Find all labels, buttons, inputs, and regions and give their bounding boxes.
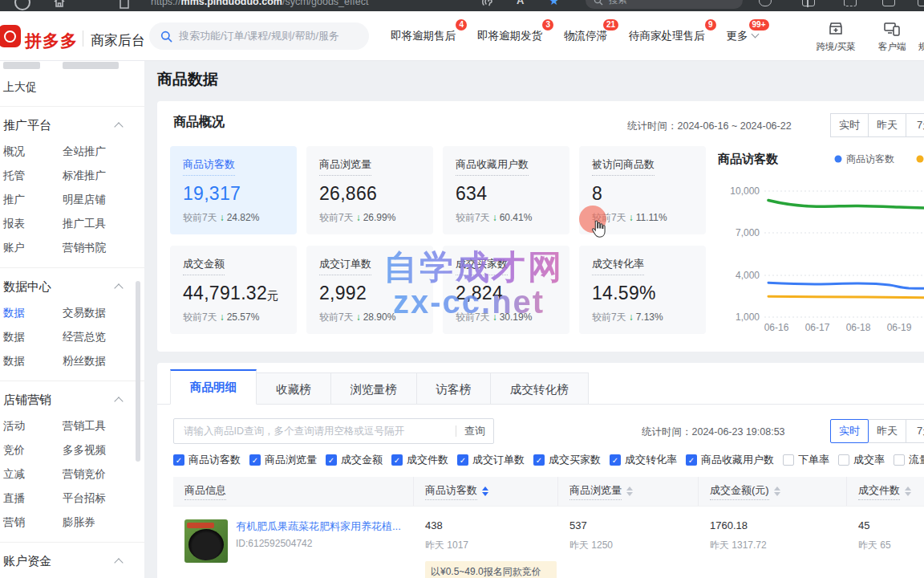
sidebar-section-shop-marketing[interactable]: 店铺营销: [0, 385, 144, 414]
metric-checkbox[interactable]: 成交件数: [391, 453, 448, 467]
metric-checkbox[interactable]: 成交转化率: [610, 453, 677, 467]
sidebar-item-product-data[interactable]: 数据: [3, 307, 25, 319]
tab-views-rank[interactable]: 浏览量榜: [331, 372, 417, 405]
collections-icon[interactable]: [844, 0, 857, 6]
immersive-reader-icon[interactable]: [481, 0, 493, 7]
product-table: 商品信息 商品访客数 商品浏览量 成交金额(元) 成交件数 有机肥瓜果蔬菜花肥料…: [173, 477, 924, 578]
period-realtime-button[interactable]: 实时: [830, 419, 869, 443]
home-icon[interactable]: [53, 0, 66, 8]
metric-checkbox[interactable]: 成交买家数: [533, 453, 601, 467]
sidebar-item[interactable]: 粉丝数据: [63, 349, 106, 373]
sidebar-item[interactable]: 营销工具: [63, 414, 106, 438]
settings-icon[interactable]: [918, 0, 924, 6]
nav-overdue-shipping[interactable]: 即将逾期发货3: [477, 29, 542, 43]
pinduoduo-logo-text[interactable]: 拼多多: [25, 30, 78, 52]
sidebar-item[interactable]: 活动: [3, 420, 25, 432]
sort-icon[interactable]: [774, 486, 780, 496]
sidebar-item[interactable]: 营销书院: [63, 236, 106, 260]
query-button[interactable]: 查询: [464, 424, 485, 438]
sidebar-section-promotion-platform[interactable]: 推广平台: [0, 111, 144, 140]
sidebar-item[interactable]: 标准推广: [63, 164, 106, 188]
sidebar-item[interactable]: 多多视频: [63, 438, 106, 462]
period-yesterday-button[interactable]: 昨天: [868, 113, 906, 137]
product-title-link[interactable]: 有机肥瓜果蔬菜花肥料家用养花植...: [236, 519, 401, 534]
stat-card-product-views[interactable]: 商品浏览量 26,866 较前7天↓26.99%: [306, 146, 433, 234]
sidebar-item[interactable]: 平台招标: [63, 486, 106, 511]
sidebar-item[interactable]: 账户: [3, 242, 25, 254]
sidebar-item[interactable]: 膨胀券: [63, 511, 95, 535]
nav-more[interactable]: 更多99+: [727, 29, 758, 43]
sidebar-section-data-center[interactable]: 数据中心: [0, 272, 144, 301]
sidebar-item[interactable]: 报表: [3, 218, 25, 230]
sidebar-item[interactable]: 推广: [3, 193, 25, 206]
sidebar-item[interactable]: 明星店铺: [63, 188, 106, 212]
legend-label[interactable]: 商品访客数: [846, 153, 894, 165]
sidebar-item[interactable]: 直播: [3, 492, 25, 504]
chevron-down-icon: [751, 30, 759, 38]
sidebar-item[interactable]: 推广工具: [63, 212, 106, 236]
metric-checkbox[interactable]: 流量损失: [894, 453, 924, 467]
address-bar[interactable]: https://mms.pinduoduo.com/sycm/goods_eff…: [151, 0, 368, 7]
nav-overdue-aftersale[interactable]: 即将逾期售后4: [391, 29, 456, 43]
arrow-down-icon: ↓: [492, 212, 497, 223]
tab-product-detail[interactable]: 商品明细: [170, 369, 257, 405]
promo-bid-chip[interactable]: 以¥0.5~49.0报名同款竞价: [425, 561, 557, 578]
text-size-icon[interactable]: A: [517, 0, 524, 6]
product-id-input[interactable]: [182, 425, 448, 438]
sidebar-item[interactable]: 托管: [3, 169, 25, 181]
metric-checkbox[interactable]: 下单率: [783, 453, 829, 467]
sidebar-item[interactable]: 营销竞价: [63, 462, 106, 486]
stat-card-conversion-rate[interactable]: 成交转化率 14.59% 较前7天↓7.13%: [579, 246, 706, 334]
nav-logistics-stalled[interactable]: 物流停滞21: [564, 29, 607, 43]
pinduoduo-logo-icon[interactable]: [0, 25, 21, 47]
period-yesterday-button[interactable]: 昨天: [868, 419, 906, 443]
sidebar-item[interactable]: 数据: [3, 331, 25, 343]
sidebar-scrollbar[interactable]: [136, 281, 140, 462]
stat-card-product-visitors[interactable]: 商品访客数 19,317 较前7天↓24.82%: [170, 146, 297, 234]
sidebar-item[interactable]: 全站推广: [63, 140, 106, 164]
metric-checkbox[interactable]: 商品浏览量: [249, 453, 317, 467]
nav-pending-aftersale[interactable]: 待商家处理售后9: [629, 29, 705, 43]
sidebar-item[interactable]: 概况: [3, 145, 25, 157]
period-realtime-button[interactable]: 实时: [830, 113, 869, 137]
sidebar-item[interactable]: 交易数据: [63, 301, 106, 325]
sidebar-section-account-funds[interactable]: 账户资金: [0, 547, 144, 576]
apps-icon[interactable]: [882, 0, 895, 6]
metric-checkbox[interactable]: 商品收藏用户数: [686, 453, 774, 467]
period-7day-button[interactable]: 7天: [906, 113, 924, 137]
sidebar-item-promo[interactable]: 上大促: [0, 75, 144, 99]
quick-link-crossborder[interactable]: 跨境/买菜: [812, 20, 860, 53]
stat-card-buyer-count[interactable]: 成交买家数 2,824 较前7天↓30.19%: [443, 246, 569, 334]
product-thumbnail[interactable]: [184, 519, 228, 563]
sidebar-item[interactable]: 立减: [3, 468, 25, 480]
stat-card-grid: 商品访客数 19,317 较前7天↓24.82% 商品浏览量 26,866 较前…: [170, 146, 706, 334]
sidebar-item[interactable]: 营销: [3, 516, 25, 528]
tab-visitors-rank[interactable]: 访客榜: [417, 372, 492, 405]
header-search-box[interactable]: 搜索功能/订单/课程/规则/帮助/服务: [149, 22, 369, 50]
metric-checkbox[interactable]: 成交率: [838, 453, 885, 467]
stat-card-favorite-users[interactable]: 商品收藏用户数 634 较前7天↓60.41%: [443, 146, 569, 234]
split-screen-icon[interactable]: [802, 0, 815, 6]
legend-dot-blue[interactable]: [835, 156, 842, 163]
sort-icon[interactable]: [626, 486, 633, 496]
sort-icon[interactable]: [905, 486, 911, 496]
period-7day-button[interactable]: 7天: [906, 419, 924, 443]
sidebar-item[interactable]: 数据: [3, 355, 25, 367]
sidebar-item[interactable]: 经营总览: [63, 325, 106, 349]
sort-icon[interactable]: [482, 486, 488, 496]
quick-link-rules[interactable]: 规则中心: [913, 20, 924, 53]
metric-checkbox[interactable]: 成交订单数: [457, 453, 525, 467]
sidebar-item[interactable]: 竞价: [3, 444, 25, 456]
refresh-icon[interactable]: [14, 0, 30, 10]
stat-card-order-count[interactable]: 成交订单数 2,992 较前7天↓28.90%: [306, 246, 433, 334]
metric-checkbox[interactable]: 成交金额: [326, 453, 383, 467]
tab-conversion-rank[interactable]: 成交转化榜: [491, 372, 589, 405]
tab-favorites-rank[interactable]: 收藏榜: [257, 372, 331, 405]
metric-checkbox[interactable]: 商品访客数: [173, 453, 241, 467]
quick-link-client[interactable]: 客户端: [868, 20, 916, 53]
extensions-icon[interactable]: [759, 0, 772, 6]
legend-dot-yellow[interactable]: [917, 156, 924, 163]
stat-card-transaction-amount[interactable]: 成交金额 44,791.32元 较前7天↓25.57%: [170, 246, 297, 334]
browser-search-box[interactable]: 搜索: [586, 0, 743, 9]
favorite-star-icon[interactable]: ★: [549, 0, 559, 8]
